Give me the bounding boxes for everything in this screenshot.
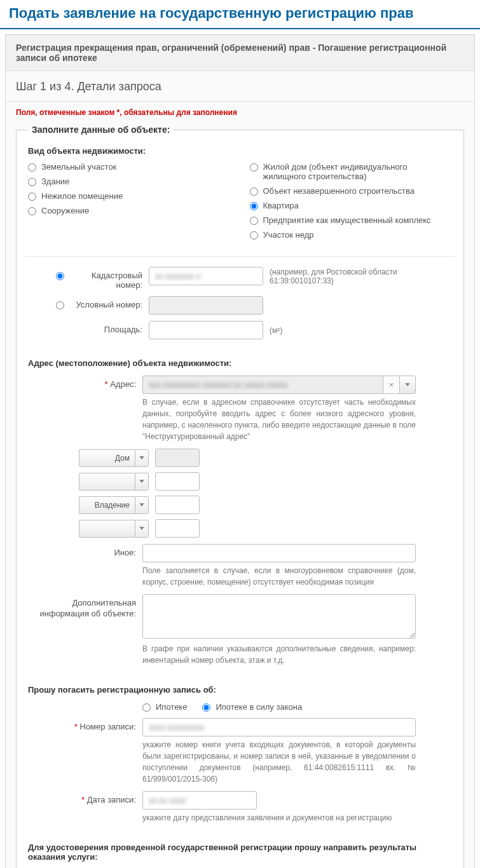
- address-hint: В случае, если в адресном справочнике от…: [142, 397, 416, 442]
- conditional-input: [149, 296, 263, 315]
- property-type-structure[interactable]: Сооружение: [28, 206, 231, 215]
- record-date-hint: укажите дату представления заявления и д…: [142, 812, 416, 824]
- mortgage-option-2[interactable]: Ипотеке в силу закона: [202, 702, 302, 712]
- property-type-nonres[interactable]: Нежилое помещение: [28, 191, 231, 201]
- house-type-select[interactable]: Дом: [79, 449, 135, 467]
- additional-info-label: Дополнительная информация об объекте:: [28, 594, 142, 620]
- required-fields-note: Поля, отмеченные знаком *, обязательны д…: [6, 102, 474, 125]
- extra-arrow-icon[interactable]: [135, 520, 149, 538]
- corpus-select[interactable]: [79, 473, 135, 491]
- property-type-apartment[interactable]: Квартира: [250, 201, 453, 210]
- page-title: Подать заявление на государственную реги…: [0, 0, 480, 29]
- record-number-label: Номер записи:: [80, 722, 137, 731]
- address-clear-icon[interactable]: ×: [383, 376, 399, 394]
- cadastral-label: Кадастровый номер:: [66, 267, 149, 290]
- cancel-section-label: Прошу погасить регистрационную запись об…: [28, 685, 452, 695]
- step-title: Шаг 1 из 4. Детали запроса: [6, 71, 474, 102]
- corpus-input[interactable]: [155, 472, 200, 491]
- property-type-building[interactable]: Здание: [28, 177, 231, 186]
- property-type-enterprise[interactable]: Предприятие как имущественный комплекс: [250, 215, 453, 225]
- record-number-hint: укажите номер книги учета входящих докум…: [142, 739, 416, 785]
- delivery-section-label: Для удостоверения проведенной государств…: [28, 843, 452, 862]
- possession-input[interactable]: [155, 496, 200, 514]
- other-input[interactable]: [142, 544, 416, 562]
- record-number-input[interactable]: [142, 718, 416, 736]
- extra-input[interactable]: [155, 519, 200, 538]
- record-date-label: Дата записи:: [87, 795, 136, 804]
- possession-arrow-icon[interactable]: [135, 496, 149, 514]
- address-input[interactable]: [142, 376, 383, 394]
- object-legend: Заполните данные об объекте:: [28, 125, 174, 135]
- area-input[interactable]: [149, 321, 263, 339]
- property-type-unfinished[interactable]: Объект незавершенного строительства: [250, 186, 453, 196]
- address-label: Адрес:: [110, 379, 136, 389]
- property-type-land[interactable]: Земельный участок: [28, 162, 231, 172]
- address-dropdown-icon[interactable]: [399, 376, 416, 394]
- conditional-radio[interactable]: [56, 301, 64, 309]
- additional-info-hint: В графе при наличии указываются дополнит…: [142, 643, 416, 666]
- area-unit: (м²): [270, 326, 282, 335]
- house-number-input[interactable]: [155, 449, 200, 467]
- address-section-label: Адрес (местоположение) объекта недвижимо…: [28, 358, 452, 368]
- cadastral-hint: (например, для Ростовской области 61:39:…: [270, 268, 452, 285]
- cadastral-input[interactable]: [149, 267, 263, 285]
- record-date-input[interactable]: [142, 791, 257, 810]
- house-type-arrow-icon[interactable]: [135, 449, 149, 467]
- cadastral-radio[interactable]: [56, 272, 64, 280]
- section-header: Регистрация прекращения прав, ограничени…: [6, 35, 474, 71]
- property-type-subsurface[interactable]: Участок недр: [250, 230, 453, 240]
- area-label: Площадь:: [66, 321, 149, 334]
- possession-select[interactable]: Владение: [79, 496, 135, 514]
- other-label: Иное:: [28, 544, 142, 557]
- conditional-label: Условный номер:: [66, 296, 149, 309]
- additional-info-textarea[interactable]: [142, 594, 416, 639]
- other-hint: Поле заполняется в случае, если в многоу…: [142, 565, 416, 588]
- mortgage-option-1[interactable]: Ипотеке: [142, 702, 187, 712]
- property-type-label: Вид объекта недвижимости:: [28, 146, 452, 156]
- property-type-house[interactable]: Жилой дом (объект индивидуального жилищн…: [250, 162, 453, 181]
- extra-select[interactable]: [79, 520, 135, 538]
- object-fieldset: Заполните данные об объекте: Вид объекта…: [16, 125, 464, 868]
- corpus-arrow-icon[interactable]: [135, 473, 149, 491]
